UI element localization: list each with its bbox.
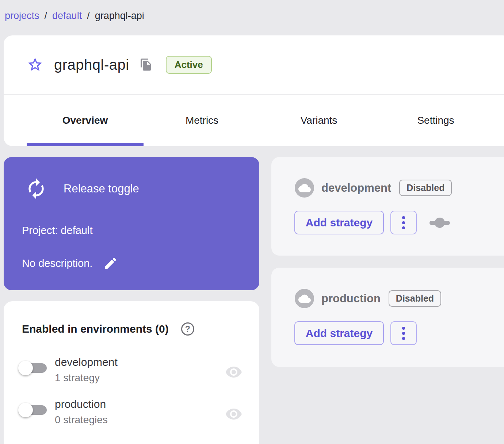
breadcrumb: projects / default / graphql-api — [5, 10, 144, 22]
eye-icon — [225, 363, 243, 381]
toggle-type-row: Release toggle — [25, 177, 139, 200]
environment-card-development: development Disabled Add strategy — [271, 157, 504, 256]
env-toggle-production[interactable] — [18, 402, 49, 418]
kebab-icon — [402, 216, 405, 219]
environment-card-header: production Disabled — [295, 289, 441, 308]
description-row: No description. — [22, 256, 118, 271]
breadcrumb-current: graphql-api — [95, 10, 144, 22]
env-row-name-production: production — [55, 398, 106, 410]
visibility-eye-button-development[interactable] — [225, 363, 243, 381]
environment-actions: Add strategy — [294, 211, 450, 234]
toggle-knob — [18, 403, 33, 417]
visibility-eye-button-production[interactable] — [225, 405, 243, 423]
copy-icon — [140, 58, 153, 71]
description-text: No description. — [22, 257, 92, 269]
environment-avatar — [295, 289, 314, 308]
environment-name: development — [321, 181, 391, 195]
rollout-slider-icon — [429, 215, 450, 231]
project-label: Project: default — [22, 225, 92, 237]
env-row-strategies-development: 1 strategy — [55, 372, 100, 384]
environment-card-production: production Disabled Add strategy — [271, 268, 504, 367]
page-title: graphql-api — [54, 57, 129, 73]
star-icon — [27, 56, 43, 73]
toggle-knob — [18, 361, 33, 375]
environment-avatar — [295, 178, 314, 198]
eye-icon — [225, 405, 243, 423]
favorite-star-button[interactable] — [26, 56, 44, 73]
release-toggle-icon — [25, 177, 47, 200]
tab-metrics[interactable]: Metrics — [144, 95, 260, 146]
env-row-strategies-production: 0 strategies — [55, 414, 108, 426]
feature-header-row: graphql-api Active — [4, 35, 504, 94]
more-options-button[interactable] — [390, 211, 417, 234]
environment-status-badge: Disabled — [389, 290, 441, 307]
breadcrumb-separator: / — [87, 10, 90, 22]
environment-status-badge: Disabled — [399, 180, 452, 196]
feature-header-card: graphql-api Active Overview Metrics Vari… — [4, 35, 504, 146]
cloud-icon — [298, 292, 311, 305]
tab-variants[interactable]: Variants — [260, 95, 377, 146]
copy-name-button[interactable] — [140, 58, 153, 71]
tab-settings[interactable]: Settings — [377, 95, 494, 146]
enabled-environments-title: Enabled in environments (0) — [22, 323, 169, 335]
environment-actions: Add strategy — [294, 321, 417, 345]
toggle-type-label: Release toggle — [64, 182, 139, 195]
breadcrumb-link-default[interactable]: default — [52, 10, 82, 22]
environment-card-header: development Disabled — [295, 178, 452, 198]
more-options-button[interactable] — [390, 321, 417, 345]
enabled-environments-header: Enabled in environments (0) ? — [22, 322, 194, 336]
help-icon[interactable]: ? — [181, 322, 194, 336]
environment-name: production — [321, 292, 381, 305]
feature-summary-card: Release toggle Project: default No descr… — [4, 157, 259, 290]
env-toggle-development[interactable] — [18, 360, 49, 376]
edit-description-button[interactable] — [103, 256, 118, 271]
breadcrumb-link-projects[interactable]: projects — [5, 10, 39, 22]
enabled-environments-card: Enabled in environments (0) ? developmen… — [4, 301, 259, 444]
env-row-name-development: development — [55, 356, 118, 368]
status-badge: Active — [166, 56, 212, 74]
add-strategy-button[interactable]: Add strategy — [294, 211, 384, 234]
tab-overview[interactable]: Overview — [27, 95, 144, 146]
tab-bar: Overview Metrics Variants Settings — [4, 95, 504, 146]
add-strategy-button[interactable]: Add strategy — [294, 321, 384, 345]
cloud-icon — [298, 182, 311, 194]
kebab-icon — [402, 327, 405, 330]
active-tab-indicator — [27, 143, 144, 146]
edit-pencil-icon — [103, 256, 118, 271]
breadcrumb-separator: / — [45, 10, 47, 22]
